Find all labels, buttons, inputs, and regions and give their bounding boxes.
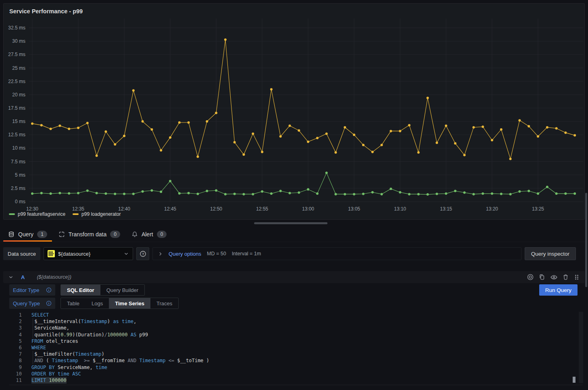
query-ref-id: A xyxy=(21,274,25,280)
clickhouse-datasource-icon xyxy=(48,250,55,257)
info-icon[interactable] xyxy=(46,287,52,293)
svg-text:30 ms: 30 ms xyxy=(12,38,25,44)
code-text: ServiceName, xyxy=(31,325,69,331)
svg-text:12:40: 12:40 xyxy=(118,206,130,212)
editor-scroll-thumb[interactable] xyxy=(573,377,575,383)
editor-type-label: Editor Type xyxy=(9,284,55,296)
time-series-chart[interactable]: 0 ms2.5 ms5 ms7.5 ms10 ms12.5 ms15 ms17.… xyxy=(4,4,584,219)
code-line[interactable]: 6WHERE xyxy=(9,344,583,351)
svg-text:22.5 ms: 22.5 ms xyxy=(8,79,25,84)
code-text: GROUP BY ServiceName, time xyxy=(31,364,107,371)
svg-text:5 ms: 5 ms xyxy=(15,172,25,178)
datasource-label: Data source xyxy=(3,247,40,260)
code-text: LIMIT 100000 xyxy=(31,377,67,384)
record-circle-icon[interactable] xyxy=(527,273,534,281)
tab-alert[interactable]: Alert 0 xyxy=(126,227,172,242)
code-line[interactable]: 1SELECT xyxy=(9,312,583,318)
code-text: quantile(0.99)(Duration)/1000000 AS p99 xyxy=(31,332,148,338)
query-actions xyxy=(527,273,580,281)
line-number: 2 xyxy=(9,318,22,325)
svg-text:13:00: 13:00 xyxy=(302,206,314,212)
sql-code-editor[interactable]: 1SELECT2 $__timeInterval(Timestamp) as t… xyxy=(9,312,583,385)
svg-text:13:10: 13:10 xyxy=(394,206,406,212)
svg-text:15 ms: 15 ms xyxy=(12,119,25,124)
legend-swatch xyxy=(73,213,79,215)
query-options-md: MD = 50 xyxy=(207,251,226,257)
page-scrollbar-thumb[interactable] xyxy=(585,193,587,287)
code-line[interactable]: 7 $__timeFilter(Timestamp) xyxy=(9,351,583,357)
editor-type-query-builder[interactable]: Query Builder xyxy=(100,285,144,295)
panel-title: Service Performance - p99 xyxy=(9,8,83,15)
svg-text:?: ? xyxy=(142,252,144,256)
editor-tabbar: Query 1 Transform data 0 xyxy=(0,227,588,242)
delete-query-trash-icon[interactable] xyxy=(562,273,569,281)
query-options-section: Query options MD = 50 Interval = 1m xyxy=(152,247,521,260)
svg-text:13:15: 13:15 xyxy=(440,206,452,212)
editor-overview-ruler[interactable] xyxy=(579,312,583,383)
datasource-row: Data source ${datasource} ? xyxy=(3,247,576,260)
editor-type-row: Editor Type SQL Editor Query Builder xyxy=(9,284,145,296)
query-type-traces[interactable]: Traces xyxy=(150,298,178,309)
transform-icon xyxy=(58,231,65,238)
datasource-help-button[interactable]: ? xyxy=(136,247,149,260)
tab-query[interactable]: Query 1 xyxy=(2,227,53,242)
query-type-group: Table Logs Time Series Traces xyxy=(60,298,179,309)
run-query-button[interactable]: Run Query xyxy=(539,284,578,296)
svg-text:12:45: 12:45 xyxy=(164,206,176,212)
svg-text:10 ms: 10 ms xyxy=(12,145,25,151)
query-row-header[interactable]: A (${datasource}) xyxy=(3,271,585,283)
code-line[interactable]: 11LIMIT 100000 xyxy=(9,377,583,384)
query-type-time-series[interactable]: Time Series xyxy=(109,298,150,309)
code-line[interactable]: 9GROUP BY ServiceName, time xyxy=(9,364,583,371)
line-number: 7 xyxy=(9,351,22,357)
query-datasource-hint: (${datasource}) xyxy=(37,274,71,280)
datasource-picker[interactable]: ${datasource} xyxy=(44,247,133,260)
code-line[interactable]: 2 $__timeInterval(Timestamp) as time, xyxy=(9,318,583,325)
query-inspector-button[interactable]: Query inspector xyxy=(525,247,576,260)
hide-query-eye-icon[interactable] xyxy=(550,273,558,281)
editor-type-sql-editor[interactable]: SQL Editor xyxy=(61,285,100,295)
code-text: AND ( Timestamp >= $__fromTime AND Times… xyxy=(31,357,209,364)
tab-query-count-badge: 1 xyxy=(37,231,47,238)
code-line[interactable]: 5FROM otel_traces xyxy=(9,338,583,344)
code-line[interactable]: 3 ServiceName, xyxy=(9,325,583,331)
chevron-right-icon[interactable] xyxy=(158,251,163,257)
code-text: ORDER BY time ASC xyxy=(31,371,81,377)
chart-legend: p99 featureflagservicep99 loadgenerator xyxy=(9,211,121,217)
duplicate-query-icon[interactable] xyxy=(538,273,546,281)
line-number: 1 xyxy=(9,312,22,318)
panel-service-performance: Service Performance - p99 0 ms2.5 ms5 ms… xyxy=(3,3,585,220)
line-number: 3 xyxy=(9,325,22,331)
svg-text:13:20: 13:20 xyxy=(486,206,498,212)
svg-text:12:55: 12:55 xyxy=(256,206,268,212)
code-line[interactable]: 8 AND ( Timestamp >= $__fromTime AND Tim… xyxy=(9,357,583,364)
info-icon[interactable] xyxy=(46,300,52,306)
line-number: 5 xyxy=(9,338,22,344)
svg-text:12:30: 12:30 xyxy=(26,206,38,212)
legend-item[interactable]: p99 featureflagservice xyxy=(9,211,65,217)
svg-text:32.5 ms: 32.5 ms xyxy=(8,25,25,31)
line-number: 10 xyxy=(9,371,22,377)
svg-text:7.5 ms: 7.5 ms xyxy=(11,159,25,165)
grafana-panel-edit-page: Service Performance - p99 0 ms2.5 ms5 ms… xyxy=(0,0,588,390)
collapse-chevron-icon[interactable] xyxy=(8,274,14,280)
svg-text:13:25: 13:25 xyxy=(532,206,544,212)
panel-resize-handle[interactable] xyxy=(254,222,327,224)
query-type-table[interactable]: Table xyxy=(61,298,85,309)
editor-type-group: SQL Editor Query Builder xyxy=(60,284,145,296)
line-number: 4 xyxy=(9,332,22,338)
query-options-link[interactable]: Query options xyxy=(169,251,201,257)
legend-item[interactable]: p99 loadgenerator xyxy=(73,211,121,217)
code-line[interactable]: 10ORDER BY time ASC xyxy=(9,371,583,377)
query-type-logs[interactable]: Logs xyxy=(85,298,109,309)
svg-text:20 ms: 20 ms xyxy=(12,92,25,98)
tab-transform-data[interactable]: Transform data 0 xyxy=(53,227,126,242)
bell-icon xyxy=(131,231,138,238)
query-options-interval: Interval = 1m xyxy=(232,251,261,257)
legend-swatch xyxy=(9,213,15,215)
code-text: $__timeFilter(Timestamp) xyxy=(31,351,104,357)
svg-text:13:05: 13:05 xyxy=(348,206,360,212)
drag-handle-icon[interactable] xyxy=(573,274,580,281)
line-number: 11 xyxy=(9,377,22,384)
code-line[interactable]: 4 quantile(0.99)(Duration)/1000000 AS p9… xyxy=(9,332,583,338)
